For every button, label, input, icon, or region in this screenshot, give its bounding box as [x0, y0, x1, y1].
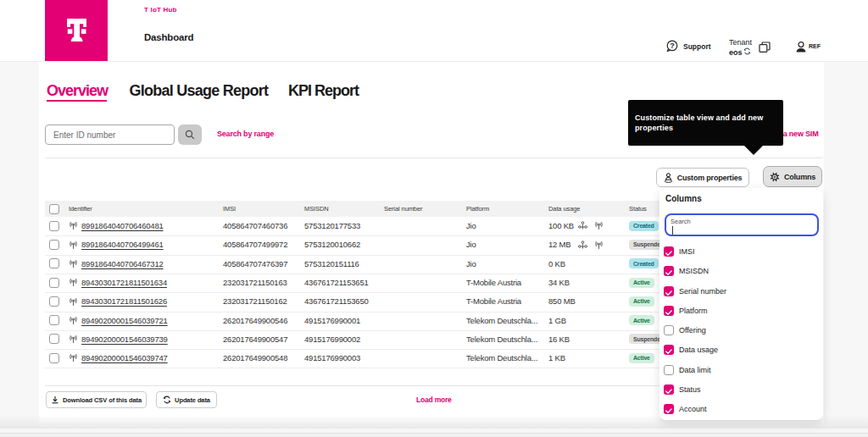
- svg-text:?: ?: [670, 41, 675, 50]
